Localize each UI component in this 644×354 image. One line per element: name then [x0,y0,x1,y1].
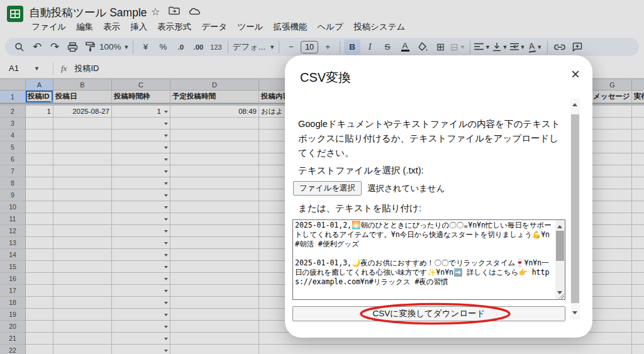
cell-c20[interactable] [112,321,170,333]
cell-h4[interactable] [632,130,644,141]
cell-h5[interactable] [632,141,644,153]
cell-h10[interactable] [632,201,644,213]
cell-c6[interactable] [112,153,170,165]
cell-a19[interactable] [26,309,53,321]
row-header-1[interactable]: 1 [0,91,26,103]
cell-d4[interactable] [170,130,259,141]
cell-c2[interactable]: 1 [112,106,170,118]
cell-c16[interactable] [112,273,170,285]
horizontal-align-button[interactable]: ▼ [474,40,491,55]
cell-b16[interactable] [53,273,112,285]
col-header-a[interactable]: A [26,79,53,90]
row-header-5[interactable]: 5 [0,141,26,153]
decrease-decimal-button[interactable]: .0 [172,40,189,55]
fill-color-button[interactable] [414,40,431,55]
row-header-2[interactable]: 2 [0,106,26,118]
menu-item-表示形式[interactable]: 表示形式 [152,20,196,34]
cell-b11[interactable] [53,213,112,225]
cell-b13[interactable] [53,237,112,249]
cell-b6[interactable] [53,153,112,165]
row-header-19[interactable]: 19 [0,309,26,321]
cell-b7[interactable] [53,165,112,177]
star-icon[interactable]: ☆ [151,6,160,18]
cell-c1[interactable]: 投稿時間枠 [112,91,170,103]
cell-b3[interactable] [53,118,112,130]
cell-d14[interactable] [170,249,259,261]
cell-h12[interactable] [632,225,644,237]
cell-a14[interactable] [26,249,53,261]
cell-a4[interactable] [26,130,53,141]
cell-a12[interactable] [26,225,53,237]
cell-a1[interactable]: 投稿ID [26,91,53,103]
cell-c5[interactable] [112,141,170,153]
dropdown-chip-icon[interactable] [164,230,168,235]
dialog-scroll-up-icon[interactable] [572,101,577,106]
cell-h2[interactable] [632,106,644,118]
cell-c8[interactable] [112,177,170,189]
cell-a6[interactable] [26,153,53,165]
cell-b18[interactable] [53,297,112,309]
cell-h21[interactable] [632,333,644,345]
font-select[interactable]: デフォ...▼ [232,40,275,55]
cell-d21[interactable] [170,333,259,345]
cell-a7[interactable] [26,165,53,177]
cell-a8[interactable] [26,177,53,189]
cell-d20[interactable] [170,321,259,333]
cell-d19[interactable] [170,309,259,321]
cell-h3[interactable] [632,118,644,130]
cell-d8[interactable] [170,177,259,189]
formula-input[interactable]: 投稿ID [74,63,99,74]
cell-h6[interactable] [632,153,644,165]
menu-item-拡張機能[interactable]: 拡張機能 [269,20,313,34]
cell-g1-partial[interactable]: メッセージ [593,91,630,102]
cell-b17[interactable] [53,285,112,297]
cell-h17[interactable] [632,285,644,297]
row-header-22[interactable]: 22 [0,345,26,354]
row-header-13[interactable]: 13 [0,237,26,249]
dropdown-chip-icon[interactable] [164,338,168,342]
col-header-h[interactable] [632,79,644,90]
dropdown-chip-icon[interactable] [164,111,168,115]
dialog-scroll-down-icon[interactable] [572,311,577,317]
cell-a2[interactable]: 1 [26,106,53,118]
cell-a10[interactable] [26,201,53,213]
menu-item-投稿システム[interactable]: 投稿システム [348,20,410,34]
insert-comment-button[interactable] [569,40,586,55]
row-header-7[interactable]: 7 [0,165,26,177]
select-all-corner[interactable] [0,79,26,90]
cell-h11[interactable] [632,213,644,225]
menu-item-ツール[interactable]: ツール [232,20,268,34]
textarea-scrollbar[interactable] [555,220,565,299]
fill-handle[interactable] [50,101,53,103]
cell-a21[interactable] [26,333,53,345]
scroll-up-icon[interactable] [557,223,562,228]
paint-format-button[interactable] [82,40,98,55]
row-header-18[interactable]: 18 [0,297,26,309]
cloud-saved-icon[interactable] [189,6,201,18]
cell-d6[interactable] [170,153,259,165]
cell-h8[interactable] [632,177,644,189]
paste-textarea[interactable]: 2025-01-01,2,🌅朝のひとときにぴったりの〇〇☕¥n¥n忙しい毎日をサ… [292,219,565,300]
cell-a3[interactable] [26,118,53,130]
row-header-14[interactable]: 14 [0,249,26,261]
cell-b2[interactable]: 2025-08-27 [53,106,112,118]
redo-button[interactable]: ↷ [47,40,63,55]
menu-item-表示[interactable]: 表示 [98,20,125,34]
cell-a22[interactable] [26,345,53,354]
row-header-11[interactable]: 11 [0,213,26,225]
insert-link-button[interactable] [552,40,568,55]
row-header-20[interactable]: 20 [0,321,26,333]
cell-c13[interactable] [112,237,170,249]
dropdown-chip-icon[interactable] [164,170,168,175]
cell-c9[interactable] [112,189,170,201]
name-box[interactable]: A1▼ [0,64,53,73]
cell-c7[interactable] [112,165,170,177]
textarea-resize-handle[interactable] [558,293,564,299]
cell-h7[interactable] [632,165,644,177]
cell-h1[interactable]: 実行 [632,91,644,103]
cell-a18[interactable] [26,297,53,309]
cell-c18[interactable] [112,297,170,309]
cell-d17[interactable] [170,285,259,297]
dropdown-chip-icon[interactable] [164,302,168,306]
dropdown-chip-icon[interactable] [164,135,168,139]
